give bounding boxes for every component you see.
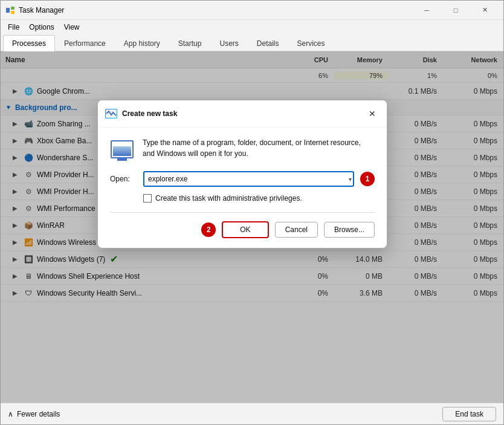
bottom-bar: ∧ Fewer details End task [1, 403, 503, 424]
dialog-divider [110, 212, 375, 213]
tab-startup[interactable]: Startup [169, 35, 211, 51]
dialog-description: Type the name of a program, folder, docu… [143, 137, 375, 159]
end-task-button[interactable]: End task [442, 407, 496, 421]
menu-view[interactable]: View [59, 22, 85, 33]
fewer-details-chevron: ∧ [8, 410, 13, 418]
dialog-open-input[interactable] [143, 171, 354, 187]
svg-rect-0 [6, 8, 10, 13]
main-content: Name CPU Memory Disk Network 6% 79% 1% 0… [1, 51, 503, 403]
app-icon [5, 5, 15, 15]
minimize-button[interactable]: ─ [413, 1, 441, 20]
badge-2: 2 [201, 222, 216, 237]
dialog-checkbox-row: Create this task with administrative pri… [110, 194, 375, 203]
tab-details[interactable]: Details [248, 35, 288, 51]
maximize-button[interactable]: □ [442, 1, 470, 20]
badge-1: 1 [360, 172, 375, 186]
task-manager-window: Task Manager ─ □ ✕ File Options View Pro… [0, 0, 504, 425]
dialog-buttons-row: 2 OK Cancel Browse... [110, 221, 375, 238]
fewer-details-button[interactable]: ∧ Fewer details [8, 410, 60, 418]
tab-bar: Processes Performance App history Startu… [1, 34, 503, 51]
tab-processes[interactable]: Processes [3, 35, 55, 51]
dialog-icon [105, 109, 117, 118]
ok-button[interactable]: OK [222, 221, 268, 238]
admin-privileges-checkbox[interactable] [143, 194, 152, 203]
admin-privileges-label: Create this task with administrative pri… [155, 194, 302, 203]
title-bar: Task Manager ─ □ ✕ [1, 1, 503, 20]
dialog-perf-icon [110, 137, 134, 161]
dialog-close-button[interactable]: ✕ [365, 106, 380, 121]
tab-app-history[interactable]: App history [115, 35, 169, 51]
create-new-task-dialog: Create new task ✕ Type the name of a pro… [97, 100, 387, 248]
menu-file[interactable]: File [3, 22, 24, 33]
menu-options[interactable]: Options [24, 22, 59, 33]
dialog-overlay: Create new task ✕ Type the name of a pro… [1, 51, 503, 403]
cancel-button[interactable]: Cancel [275, 222, 318, 238]
svg-rect-2 [11, 11, 15, 14]
tab-services[interactable]: Services [288, 35, 334, 51]
dialog-open-label: Open: [110, 175, 137, 183]
dialog-info-row: Type the name of a program, folder, docu… [110, 137, 375, 161]
tab-users[interactable]: Users [210, 35, 247, 51]
browse-button[interactable]: Browse... [324, 222, 375, 238]
menu-bar: File Options View [1, 20, 503, 34]
perf-icon-inner [111, 140, 134, 158]
fewer-details-label: Fewer details [17, 410, 60, 418]
close-button[interactable]: ✕ [471, 1, 499, 20]
dialog-open-row: Open: ▾ 1 [110, 171, 375, 187]
dialog-input-wrapper: ▾ [143, 171, 354, 187]
window-title: Task Manager [19, 6, 413, 15]
dialog-body: Type the name of a program, folder, docu… [98, 128, 387, 248]
window-controls: ─ □ ✕ [413, 1, 499, 20]
dialog-title: Create new task [122, 109, 365, 118]
tab-performance[interactable]: Performance [55, 35, 115, 51]
svg-rect-1 [11, 7, 15, 10]
dialog-title-bar: Create new task ✕ [98, 100, 387, 128]
